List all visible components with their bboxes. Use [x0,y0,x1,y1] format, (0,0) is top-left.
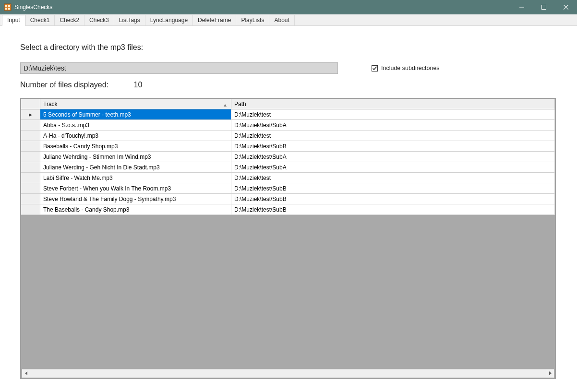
tab-label: PlayLists [241,17,264,24]
row-header[interactable] [21,120,40,130]
table-row[interactable]: 5 Seconds of Summer - teeth.mp3D:\Muziek… [21,109,555,120]
cell-track[interactable]: Baseballs - Candy Shop.mp3 [40,141,231,151]
tab-label: Input [7,17,20,24]
window-title: SinglesChecks [14,4,52,11]
horizontal-scrollbar[interactable] [22,369,554,377]
titlebar: SinglesChecks [0,0,577,14]
tab-label: LyricLanguage [150,17,188,24]
include-subdirectories-label: Include subdirectories [381,65,440,71]
scroll-right-button[interactable] [546,369,554,378]
cell-track[interactable]: Juliane Wehrding - Stimmen Im Wind.mp3 [40,152,231,162]
table-row[interactable]: Baseballs - Candy Shop.mp3D:\Muziek\test… [21,141,555,152]
row-header[interactable] [21,173,40,183]
row-header[interactable] [21,131,40,141]
tab-label: Check2 [60,17,79,24]
cell-track[interactable]: Steve Forbert - When you Walk In The Roo… [40,183,231,193]
row-header[interactable] [21,109,40,119]
svg-rect-2 [8,5,10,7]
cell-track[interactable]: Abba - S.o.s..mp3 [40,120,231,130]
row-header[interactable] [21,194,40,204]
tabstrip: InputCheck1Check2Check3ListTagsLyricLang… [0,14,577,26]
tab-listtags[interactable]: ListTags [114,15,145,25]
table-row[interactable]: Abba - S.o.s..mp3D:\Muziek\test\SubA [21,120,555,131]
maximize-button[interactable] [533,0,555,14]
cell-path[interactable]: D:\Muziek\test [231,109,555,119]
cell-path[interactable]: D:\Muziek\test [231,131,555,141]
svg-rect-1 [5,5,7,7]
tab-check2[interactable]: Check2 [55,15,84,25]
minimize-button[interactable] [511,0,533,14]
table-row[interactable]: Juliane Wehrding - Stimmen Im Wind.mp3D:… [21,152,555,162]
cell-path[interactable]: D:\Muziek\test\SubB [231,194,555,204]
svg-marker-10 [25,371,27,375]
tab-check1[interactable]: Check1 [25,15,55,25]
tab-label: Check1 [30,17,50,24]
table-row[interactable]: A-Ha - d'Touchy!.mp3D:\Muziek\test [21,131,555,141]
cell-path[interactable]: D:\Muziek\test\SubB [231,204,555,214]
column-header-path-label: Path [234,101,246,107]
svg-rect-3 [5,8,7,10]
cell-track[interactable]: Labi Siffre - Watch Me.mp3 [40,173,231,183]
cell-path[interactable]: D:\Muziek\test\SubA [231,162,555,172]
tab-input[interactable]: Input [2,15,25,26]
close-button[interactable] [555,0,577,14]
cell-path[interactable]: D:\Muziek\test\SubA [231,120,555,130]
row-header[interactable] [21,141,40,151]
tab-label: Check3 [89,17,109,24]
tab-playlists[interactable]: PlayLists [236,15,269,25]
cell-track[interactable]: 5 Seconds of Summer - teeth.mp3 [40,109,231,119]
tab-label: DeleteFrame [198,17,231,24]
cell-path[interactable]: D:\Muziek\test\SubB [231,141,555,151]
grid-corner-header[interactable] [21,99,40,109]
table-row[interactable]: Steve Rowland & The Family Dogg - Sympat… [21,194,555,204]
include-subdirectories-checkbox[interactable]: Include subdirectories [372,65,440,71]
row-header[interactable] [21,204,40,214]
cell-track[interactable]: The Baseballs - Candy Shop.mp3 [40,204,231,214]
scroll-left-button[interactable] [22,369,30,378]
select-directory-label: Select a directory with the mp3 files: [20,43,557,52]
file-count-label: Number of files displayed: [20,81,108,89]
row-header[interactable] [21,152,40,162]
client-area: Select a directory with the mp3 files: I… [0,26,577,392]
row-header[interactable] [21,162,40,172]
scroll-track[interactable] [30,369,546,378]
cell-track[interactable]: Steve Rowland & The Family Dogg - Sympat… [40,194,231,204]
svg-rect-6 [542,5,546,10]
tab-deleteframe[interactable]: DeleteFrame [193,15,236,25]
files-grid: Track Path 5 Seconds of Summer - teeth.m… [20,98,556,379]
column-header-track-label: Track [43,101,58,107]
cell-path[interactable]: D:\Muziek\test [231,173,555,183]
tab-about[interactable]: About [269,15,294,25]
table-row[interactable]: Juliane Werding - Geh Nicht In Die Stadt… [21,162,555,173]
cell-path[interactable]: D:\Muziek\test\SubA [231,152,555,162]
tab-lyriclanguage[interactable]: LyricLanguage [145,15,193,25]
tab-label: ListTags [119,17,140,24]
directory-input[interactable] [20,62,338,74]
table-row[interactable]: Labi Siffre - Watch Me.mp3D:\Muziek\test [21,173,555,183]
sort-asc-icon [223,102,227,109]
svg-marker-11 [549,371,552,375]
row-header[interactable] [21,183,40,193]
cell-path[interactable]: D:\Muziek\test\SubB [231,183,555,193]
svg-rect-4 [8,8,10,10]
svg-marker-9 [224,104,227,107]
app-icon [4,3,12,11]
file-count-value: 10 [134,81,143,89]
cell-track[interactable]: Juliane Werding - Geh Nicht In Die Stadt… [40,162,231,172]
checkbox-icon [372,65,378,71]
column-header-track[interactable]: Track [40,99,231,109]
table-row[interactable]: Steve Forbert - When you Walk In The Roo… [21,183,555,194]
cell-track[interactable]: A-Ha - d'Touchy!.mp3 [40,131,231,141]
column-header-path[interactable]: Path [231,99,555,109]
tab-label: About [274,17,289,24]
table-row[interactable]: The Baseballs - Candy Shop.mp3D:\Muziek\… [21,204,555,215]
file-count-row: Number of files displayed: 10 [20,81,557,89]
tab-check3[interactable]: Check3 [84,15,114,25]
